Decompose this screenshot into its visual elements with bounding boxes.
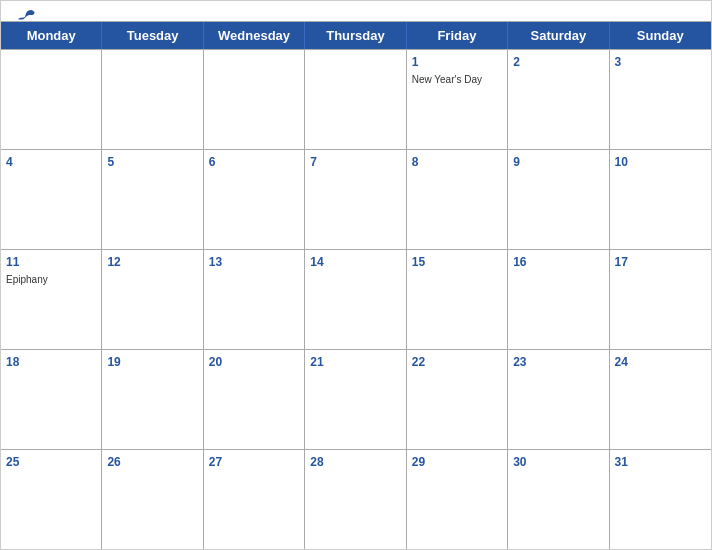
day-number: 5 <box>107 154 197 171</box>
week-row-1: 1New Year's Day23 <box>1 49 711 149</box>
day-cell: 22 <box>407 350 508 449</box>
day-header-thursday: Thursday <box>305 22 406 49</box>
day-header-monday: Monday <box>1 22 102 49</box>
day-cell: 12 <box>102 250 203 349</box>
week-row-4: 18192021222324 <box>1 349 711 449</box>
day-cell: 21 <box>305 350 406 449</box>
day-cell: 24 <box>610 350 711 449</box>
day-header-friday: Friday <box>407 22 508 49</box>
day-header-wednesday: Wednesday <box>204 22 305 49</box>
calendar-grid: MondayTuesdayWednesdayThursdayFridaySatu… <box>1 21 711 549</box>
day-cell: 1New Year's Day <box>407 50 508 149</box>
day-number: 24 <box>615 354 706 371</box>
calendar-header <box>1 1 711 21</box>
day-cell: 2 <box>508 50 609 149</box>
day-cell <box>1 50 102 149</box>
day-cell: 28 <box>305 450 406 549</box>
day-event: New Year's Day <box>412 73 502 86</box>
logo-blue-area <box>17 9 37 23</box>
day-cell: 16 <box>508 250 609 349</box>
day-number: 27 <box>209 454 299 471</box>
day-cell: 6 <box>204 150 305 249</box>
day-number: 2 <box>513 54 603 71</box>
day-number: 8 <box>412 154 502 171</box>
logo-area <box>17 9 37 23</box>
day-number: 13 <box>209 254 299 271</box>
day-cell <box>204 50 305 149</box>
day-number: 31 <box>615 454 706 471</box>
day-cell: 8 <box>407 150 508 249</box>
day-number: 18 <box>6 354 96 371</box>
day-number: 26 <box>107 454 197 471</box>
day-cell: 30 <box>508 450 609 549</box>
day-cell: 18 <box>1 350 102 449</box>
day-cell: 13 <box>204 250 305 349</box>
day-headers-row: MondayTuesdayWednesdayThursdayFridaySatu… <box>1 22 711 49</box>
day-number: 9 <box>513 154 603 171</box>
day-cell <box>305 50 406 149</box>
day-number: 3 <box>615 54 706 71</box>
day-number: 15 <box>412 254 502 271</box>
day-cell: 15 <box>407 250 508 349</box>
day-number: 29 <box>412 454 502 471</box>
day-cell: 10 <box>610 150 711 249</box>
day-number: 16 <box>513 254 603 271</box>
day-cell <box>102 50 203 149</box>
week-row-3: 11Epiphany121314151617 <box>1 249 711 349</box>
calendar-container: MondayTuesdayWednesdayThursdayFridaySatu… <box>0 0 712 550</box>
day-cell: 20 <box>204 350 305 449</box>
day-cell: 14 <box>305 250 406 349</box>
day-cell: 27 <box>204 450 305 549</box>
day-number: 10 <box>615 154 706 171</box>
day-number: 20 <box>209 354 299 371</box>
day-cell: 17 <box>610 250 711 349</box>
day-number: 14 <box>310 254 400 271</box>
day-cell: 31 <box>610 450 711 549</box>
day-cell: 5 <box>102 150 203 249</box>
day-number: 23 <box>513 354 603 371</box>
day-number: 7 <box>310 154 400 171</box>
week-row-5: 25262728293031 <box>1 449 711 549</box>
day-header-tuesday: Tuesday <box>102 22 203 49</box>
weeks-container: 1New Year's Day234567891011Epiphany12131… <box>1 49 711 549</box>
day-event: Epiphany <box>6 273 96 286</box>
day-number: 28 <box>310 454 400 471</box>
day-number: 25 <box>6 454 96 471</box>
day-header-saturday: Saturday <box>508 22 609 49</box>
day-cell: 19 <box>102 350 203 449</box>
week-row-2: 45678910 <box>1 149 711 249</box>
day-number: 21 <box>310 354 400 371</box>
day-number: 22 <box>412 354 502 371</box>
day-cell: 11Epiphany <box>1 250 102 349</box>
day-cell: 29 <box>407 450 508 549</box>
logo-bird-icon <box>17 9 35 23</box>
day-number: 12 <box>107 254 197 271</box>
day-cell: 26 <box>102 450 203 549</box>
day-header-sunday: Sunday <box>610 22 711 49</box>
day-number: 30 <box>513 454 603 471</box>
day-number: 1 <box>412 54 502 71</box>
day-number: 11 <box>6 254 96 271</box>
day-cell: 23 <box>508 350 609 449</box>
day-cell: 3 <box>610 50 711 149</box>
day-cell: 7 <box>305 150 406 249</box>
day-number: 6 <box>209 154 299 171</box>
day-number: 19 <box>107 354 197 371</box>
day-cell: 9 <box>508 150 609 249</box>
day-cell: 4 <box>1 150 102 249</box>
day-number: 4 <box>6 154 96 171</box>
day-cell: 25 <box>1 450 102 549</box>
day-number: 17 <box>615 254 706 271</box>
